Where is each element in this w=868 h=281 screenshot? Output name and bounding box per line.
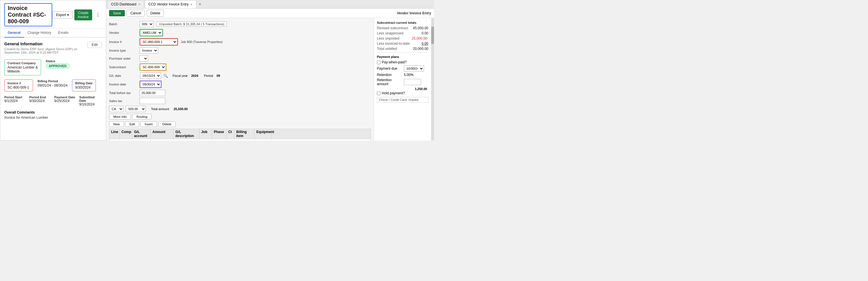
- hold-payment-label: Hold payment?: [382, 91, 405, 95]
- dates-grid: Period Start 9/1/2024 Period End 9/30/20…: [4, 96, 102, 106]
- billing-period-value: 09/01/24 - 09/30/24: [38, 83, 67, 87]
- state-select[interactable]: CA: [109, 106, 123, 112]
- retention-row: Retention 5.00%: [377, 73, 428, 77]
- table-edit-button[interactable]: Edit: [125, 121, 139, 127]
- pay-when-paid-label: Pay-when-paid?: [382, 60, 407, 64]
- gl-date-label: G/L date: [109, 74, 138, 77]
- pay-when-paid-row: Pay-when-paid?: [377, 60, 428, 64]
- less-invoiced-row: Less invoiced-to-date 0.00: [377, 42, 428, 45]
- status-badge: APPROVED: [45, 63, 70, 69]
- vendor-highlight: AMELUM: [140, 29, 163, 36]
- magnifier-icon[interactable]: 🔍: [163, 74, 168, 78]
- purchase-order-row: Purchase order: [109, 55, 371, 62]
- billing-date-value: 9/30/2024: [75, 85, 93, 90]
- check-credit-label: Check / Credit Card: Unpaid: [377, 97, 428, 103]
- revised-subcontract-value: 45,000.00: [413, 26, 428, 30]
- period-end-value: 9/30/2024: [29, 99, 52, 103]
- subcontract-totals-title: Subcontract current totals: [377, 21, 428, 24]
- pay-when-paid-checkbox[interactable]: [377, 61, 381, 64]
- total-amount-label: Total amount: [151, 107, 169, 111]
- invoice-date-label: Invoice date: [109, 82, 138, 86]
- delete-button[interactable]: Delete: [147, 10, 164, 16]
- invoice-number-label: Invoice #: [7, 81, 30, 85]
- save-button[interactable]: Save: [109, 10, 125, 16]
- col-header-job: Job: [199, 129, 212, 139]
- table-delete-button[interactable]: Delete: [158, 121, 176, 127]
- new-button[interactable]: New: [109, 121, 124, 127]
- tab-change-history[interactable]: Change History: [24, 28, 55, 38]
- retention-amount-input[interactable]: [404, 79, 421, 85]
- retention-amount-label: Retention amount: [377, 78, 403, 86]
- subcontract-select[interactable]: SC-800-009: [140, 64, 166, 70]
- batch-select[interactable]: 006: [140, 21, 154, 27]
- subcontract-row: Subcontract SC-800-009: [109, 63, 371, 71]
- retention-label: Retention: [377, 73, 403, 77]
- vendor-select[interactable]: AMELUM: [140, 30, 162, 36]
- tab-vendor-invoice[interactable]: CCD Vendor Invoice Entry ✕: [145, 0, 196, 8]
- submitted-date-item: Submitted Date 9/10/2024: [79, 96, 102, 106]
- scroll-indicator[interactable]: [431, 18, 434, 141]
- payment-date-label: Payment Date: [54, 96, 77, 99]
- col-header-equip: Equipment: [255, 129, 272, 139]
- less-invoiced-value: 0.00: [422, 42, 428, 45]
- insert-button[interactable]: Insert: [141, 121, 157, 127]
- invoice-num-label: Invoice #: [109, 40, 138, 44]
- hold-payment-row: Hold payment?: [377, 91, 428, 95]
- batch-row: Batch 006 Unposted Batch: $ 31,305.34 ( …: [109, 21, 371, 27]
- add-tab-button[interactable]: +: [197, 2, 203, 7]
- more-info-button[interactable]: More Info: [109, 114, 131, 119]
- export-button[interactable]: Export ▾: [52, 11, 73, 19]
- general-info-subtitle: Created by Demo ERP Sync (Agave Demo ERP…: [4, 47, 87, 54]
- more-options-button[interactable]: ⋮: [94, 11, 102, 18]
- period-label: Period: [204, 74, 213, 77]
- less-unposted-label: Less unposted: [377, 36, 399, 40]
- total-before-tax-input[interactable]: 25,000.00: [140, 90, 165, 96]
- invoice-num-select[interactable]: SC-800-009-1: [140, 39, 177, 45]
- gl-date-select[interactable]: 09/15/24: [140, 73, 161, 79]
- right-toolbar: Save Cancel Delete Vendor Invoice Entry: [106, 9, 434, 18]
- cancel-button[interactable]: Cancel: [127, 10, 145, 16]
- tab-emails[interactable]: Emails: [55, 28, 72, 38]
- state-rate-select[interactable]: 500.00: [126, 106, 146, 112]
- cell-comp-1: CCD: [120, 139, 132, 141]
- create-invoice-button[interactable]: Create Invoice: [74, 9, 92, 20]
- sales-tax-row: Sales tax: [109, 98, 371, 104]
- purchase-order-label: Purchase order: [109, 57, 138, 60]
- invoice-number-value: SC-800-009-1: [7, 85, 30, 90]
- tab-vendor-invoice-label: CCD Vendor Invoice Entry: [148, 2, 189, 6]
- total-before-tax-row: Total before tax 25,000.00: [109, 90, 371, 96]
- total-amount-value: 25,500.00: [174, 107, 188, 111]
- invoice-num-highlight: SC-800-009-1: [140, 38, 178, 45]
- overall-comments-label: Overall Comments: [4, 110, 102, 114]
- routing-button[interactable]: Routing: [132, 114, 152, 119]
- col-header-line: Line: [110, 129, 120, 139]
- vendor-label: Vendor: [109, 31, 138, 34]
- submitted-date-label: Submitted Date: [79, 96, 102, 102]
- hold-payment-checkbox[interactable]: [377, 92, 381, 95]
- period-start-item: Period Start 9/1/2024: [4, 96, 27, 106]
- status-box: Status APPROVED: [45, 59, 70, 75]
- tab-ccd-dashboard-close[interactable]: ✕: [138, 3, 141, 6]
- invoice-type-select[interactable]: Invoice: [140, 47, 158, 54]
- purchase-order-select[interactable]: [140, 55, 148, 62]
- invoice-table: Line Comp G/L account Amount G/L descrip…: [109, 129, 371, 141]
- left-content: General Information Created by Demo ERP …: [0, 38, 106, 140]
- cell-gl-1: 5300: [132, 139, 151, 141]
- job-info: Job 800 (Traverse Properties): [181, 40, 223, 44]
- sales-tax-input[interactable]: [140, 98, 165, 104]
- contract-company-label: Contract Company: [7, 61, 38, 65]
- invoice-date-select[interactable]: 09/30/24: [140, 81, 161, 87]
- tab-vendor-invoice-close[interactable]: ✕: [190, 3, 193, 6]
- vendor-row: Vendor AMELUM: [109, 29, 371, 36]
- payment-due-select[interactable]: 10/30/24: [404, 65, 424, 72]
- tab-ccd-dashboard[interactable]: CCD Dashboard ✕: [107, 0, 144, 8]
- billing-date-label: Billing Date: [75, 81, 93, 85]
- tab-general[interactable]: General: [4, 28, 24, 38]
- right-body: Batch 006 Unposted Batch: $ 31,305.34 ( …: [106, 18, 434, 141]
- billing-period-label: Billing Period: [38, 79, 67, 83]
- general-info-title: General Information: [4, 42, 87, 46]
- edit-button[interactable]: Edit: [87, 42, 102, 48]
- invoice-date-row: Invoice date 09/30/24: [109, 80, 371, 88]
- table-row[interactable]: 001 CCD 5300 10,000.00 SUBCONT... 800 31…: [110, 139, 371, 141]
- invoice-num-row: Invoice # SC-800-009-1 Job 800 (Traverse…: [109, 38, 371, 45]
